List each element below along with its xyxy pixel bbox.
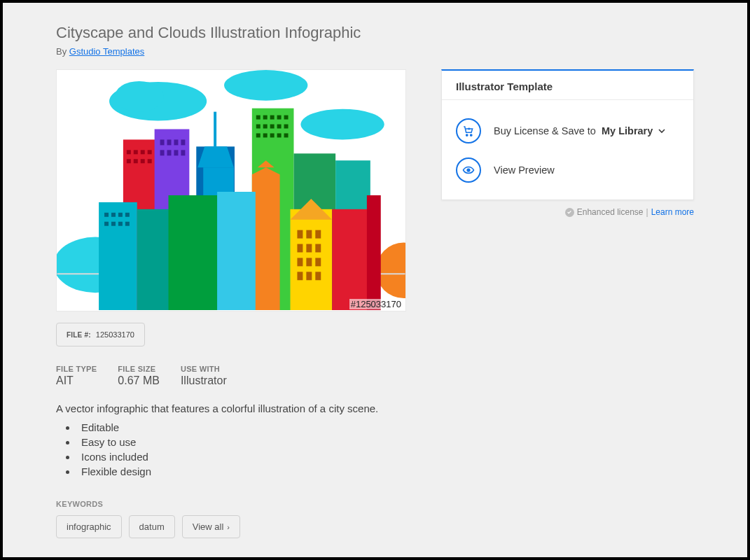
license-footer: Enhanced license | Learn more: [441, 207, 694, 217]
svg-point-3: [224, 70, 307, 101]
svg-rect-46: [306, 244, 312, 253]
svg-rect-41: [284, 133, 289, 137]
svg-rect-16: [99, 202, 137, 310]
svg-point-79: [471, 134, 472, 136]
buy-license-row[interactable]: Buy License & Save to My Library: [456, 118, 679, 144]
svg-rect-28: [263, 115, 268, 120]
svg-rect-40: [277, 133, 282, 137]
svg-rect-54: [127, 150, 131, 154]
keyword-chips: infographic datum View all ›: [56, 515, 406, 538]
file-id-label: FILE #:: [67, 331, 91, 339]
svg-rect-69: [181, 150, 185, 155]
svg-rect-74: [104, 222, 109, 226]
svg-rect-27: [256, 115, 261, 120]
watermark-id: #125033170: [349, 299, 403, 309]
byline: By Gstudio Templates: [56, 46, 694, 57]
file-id-value: 125033170: [96, 330, 134, 339]
svg-point-80: [467, 169, 470, 172]
feature-item: Editable: [77, 421, 406, 433]
svg-rect-66: [160, 150, 165, 155]
svg-rect-38: [263, 133, 268, 137]
svg-point-78: [466, 134, 468, 136]
svg-point-4: [300, 109, 384, 140]
svg-rect-60: [141, 159, 145, 163]
svg-rect-63: [167, 139, 172, 145]
svg-rect-36: [284, 125, 289, 129]
svg-rect-67: [167, 150, 172, 155]
use-with-value: Illustrator: [181, 374, 227, 387]
svg-rect-61: [148, 159, 152, 163]
svg-rect-51: [297, 272, 303, 280]
svg-rect-70: [104, 213, 109, 217]
svg-rect-56: [141, 150, 145, 154]
svg-rect-64: [174, 139, 178, 145]
svg-rect-76: [118, 222, 123, 226]
svg-rect-62: [160, 139, 165, 145]
svg-rect-68: [174, 150, 178, 155]
panel-header: Illustrator Template: [442, 71, 693, 100]
view-all-chip[interactable]: View all ›: [182, 515, 240, 538]
svg-rect-49: [306, 258, 312, 266]
meta-use-with: USE WITH Illustrator: [181, 365, 227, 387]
enhanced-license-text: Enhanced license: [577, 207, 644, 217]
preview-image[interactable]: #125033170: [56, 69, 406, 312]
svg-rect-57: [148, 150, 152, 154]
svg-rect-50: [315, 258, 321, 266]
svg-rect-75: [111, 222, 116, 226]
right-column: Illustrator Template Buy Lic: [441, 69, 694, 217]
description: A vector infographic that features a col…: [56, 402, 406, 414]
svg-marker-11: [214, 112, 216, 147]
svg-rect-48: [297, 258, 303, 266]
svg-rect-45: [297, 244, 303, 253]
file-size-label: FILE SIZE: [118, 365, 160, 373]
keyword-chip[interactable]: datum: [129, 515, 175, 538]
keywords-label: KEYWORDS: [56, 500, 406, 508]
preview-label: View Preview: [494, 164, 555, 176]
meta-row: FILE TYPE AIT FILE SIZE 0.67 MB USE WITH…: [56, 365, 406, 387]
license-panel: Illustrator Template Buy Lic: [441, 69, 694, 200]
svg-rect-21: [217, 192, 256, 310]
file-id-badge: FILE #: 125033170: [56, 323, 145, 346]
cart-icon: [456, 118, 481, 144]
learn-more-link[interactable]: Learn more: [651, 207, 694, 217]
author-link[interactable]: Gstudio Templates: [69, 46, 144, 57]
feature-item: Icons included: [77, 451, 406, 463]
svg-rect-47: [315, 244, 321, 253]
svg-rect-71: [111, 213, 116, 217]
use-with-label: USE WITH: [181, 365, 227, 373]
page-root: Cityscape and Clouds Illustration Infogr…: [3, 3, 747, 557]
chevron-down-icon[interactable]: [658, 125, 665, 136]
svg-point-2: [115, 81, 164, 112]
main-columns: #125033170 FILE #: 125033170 FILE TYPE A…: [56, 69, 694, 538]
page-title: Cityscape and Clouds Illustration Infogr…: [56, 24, 694, 42]
view-preview-row[interactable]: View Preview: [456, 158, 679, 183]
file-type-label: FILE TYPE: [56, 365, 97, 373]
svg-rect-77: [125, 222, 130, 226]
svg-marker-19: [252, 167, 280, 310]
svg-rect-59: [134, 159, 138, 163]
svg-rect-33: [263, 125, 268, 129]
svg-rect-30: [277, 115, 282, 120]
cityscape-illustration: [57, 70, 405, 311]
view-all-label: View all: [193, 522, 224, 532]
svg-rect-58: [127, 159, 131, 163]
keyword-chip[interactable]: infographic: [56, 515, 122, 538]
svg-rect-42: [297, 230, 303, 239]
byline-prefix: By: [56, 46, 69, 57]
feature-item: Easy to use: [77, 436, 406, 448]
feature-item: Flexible design: [77, 465, 406, 477]
svg-rect-65: [181, 139, 185, 145]
svg-rect-29: [270, 115, 275, 120]
file-size-value: 0.67 MB: [118, 374, 160, 387]
svg-rect-55: [134, 150, 138, 154]
svg-rect-44: [315, 230, 321, 239]
buy-license-text: Buy License & Save to My Library: [494, 125, 665, 136]
panel-body: Buy License & Save to My Library: [442, 100, 693, 200]
buy-label: Buy License & Save to: [494, 125, 596, 136]
meta-file-size: FILE SIZE 0.67 MB: [118, 365, 160, 387]
check-icon: [565, 208, 574, 217]
svg-rect-52: [306, 272, 312, 280]
meta-file-type: FILE TYPE AIT: [56, 365, 97, 387]
svg-rect-34: [270, 125, 275, 129]
svg-rect-31: [284, 115, 289, 120]
